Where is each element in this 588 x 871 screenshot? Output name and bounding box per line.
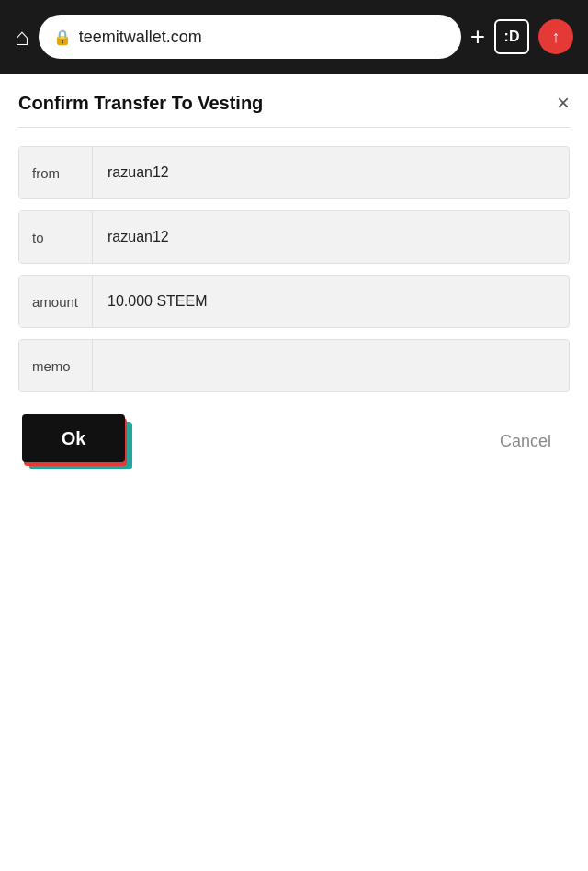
modal-container: Confirm Transfer To Vesting × from razua… <box>0 74 588 871</box>
new-tab-icon[interactable]: + <box>470 22 485 51</box>
memo-label: memo <box>19 340 93 391</box>
tab-switcher-icon[interactable]: :D <box>494 19 529 54</box>
to-value: razuan12 <box>93 229 569 245</box>
to-label: to <box>19 211 93 263</box>
memo-input[interactable] <box>93 341 569 390</box>
memo-field-row: memo <box>18 339 570 392</box>
ok-button-wrapper: Ok <box>22 414 132 468</box>
amount-value: 10.000 STEEM <box>93 293 569 310</box>
from-label: from <box>19 147 93 198</box>
from-field-row: from razuan12 <box>18 146 570 199</box>
close-button[interactable]: × <box>557 92 570 114</box>
url-bar[interactable]: 🔒 teemitwallet.com <box>39 15 461 59</box>
cancel-button[interactable]: Cancel <box>485 424 566 458</box>
share-icon[interactable]: ↑ <box>538 19 573 54</box>
from-value: razuan12 <box>93 164 569 181</box>
buttons-row: Ok Cancel <box>18 414 570 468</box>
url-text: teemitwallet.com <box>79 28 202 47</box>
browser-bar: ⌂ 🔒 teemitwallet.com + :D ↑ <box>0 0 588 74</box>
to-field-row: to razuan12 <box>18 210 570 264</box>
amount-field-row: amount 10.000 STEEM <box>18 275 570 328</box>
ok-button[interactable]: Ok <box>22 414 125 462</box>
home-icon[interactable]: ⌂ <box>15 23 29 51</box>
lock-icon: 🔒 <box>53 28 72 46</box>
amount-label: amount <box>19 276 93 327</box>
modal-title: Confirm Transfer To Vesting <box>18 93 263 114</box>
modal-header: Confirm Transfer To Vesting × <box>18 92 570 128</box>
